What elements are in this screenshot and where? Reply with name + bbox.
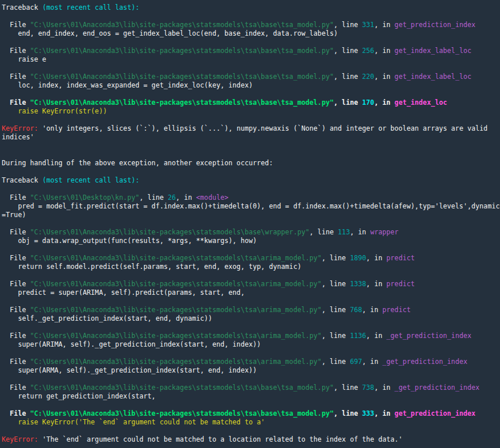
- console-line: raise KeyError('The `end` argument could…: [2, 418, 498, 427]
- console-line: File "C:\Users\01\Anaconda3\lib\site-pac…: [2, 358, 498, 366]
- console-line: File "C:\Users\01\Anaconda3\lib\site-pac…: [2, 98, 498, 107]
- console-text: File: [2, 47, 30, 55]
- console-line: [2, 142, 498, 150]
- raise-code: raise KeyError(str(e)): [2, 107, 107, 115]
- console-line: File "C:\Users\01\Anaconda3\lib\site-pac…: [2, 228, 498, 237]
- console-line: [2, 297, 498, 306]
- console-text: obj = data.wrap_output(func(results, *ar…: [2, 237, 257, 245]
- console-text: , in: [350, 228, 370, 236]
- console-line: raise KeyError(str(e)): [2, 107, 498, 116]
- console-output: Traceback (most recent call last): File …: [0, 0, 500, 448]
- function-name: _get_prediction_index: [382, 358, 467, 366]
- console-line: File "C:\Users\01\Anaconda3\lib\site-pac…: [2, 306, 498, 314]
- console-line: predict = super(ARIMA, self).predict(par…: [2, 288, 498, 297]
- file-path: "C:\Users\01\Anaconda3\lib\site-packages…: [30, 280, 322, 288]
- console-line: end, end_index, end_oos = get_index_labe…: [2, 29, 498, 38]
- console-text: return get_prediction_index(start,: [2, 392, 155, 400]
- console-text: File: [2, 384, 30, 392]
- console-line: return self.model.predict(self.params, s…: [2, 263, 498, 271]
- console-text: File: [2, 306, 30, 314]
- function-name: _get_prediction_index: [395, 384, 480, 392]
- line-number: 768: [350, 306, 362, 314]
- console-text: , line: [334, 73, 362, 81]
- console-text: File: [2, 254, 30, 262]
- console-text: , line: [334, 409, 362, 417]
- console-text: Traceback: [2, 3, 42, 12]
- console-line: File "C:\Users\01\Anaconda3\lib\site-pac…: [2, 280, 498, 288]
- console-text: , in: [362, 358, 382, 366]
- file-path: "C:\Users\01\Anaconda3\lib\site-packages…: [30, 409, 334, 417]
- console-line: raise e: [2, 55, 498, 64]
- console-text: pred = model_fit.predict(start = df.inde…: [2, 202, 500, 210]
- console-text: During handling of the above exception, …: [2, 159, 273, 167]
- console-text: super(ARMA, self)._get_prediction_index(…: [2, 366, 257, 374]
- console-line: File "C:\Users\01\Anaconda3\lib\site-pac…: [2, 47, 498, 55]
- console-text: , line: [322, 306, 350, 314]
- console-text: , in: [374, 47, 394, 55]
- console-text: , in: [374, 409, 394, 417]
- console-text: raise e: [2, 55, 46, 63]
- console-text: loc, index, index_was_expanded = get_ind…: [2, 81, 253, 89]
- console-text: indices': [2, 133, 34, 141]
- file-path: "C:\Users\01\Anaconda3\lib\site-packages…: [30, 332, 322, 340]
- console-text: , in: [366, 280, 386, 288]
- console-text: , in: [366, 332, 386, 340]
- console-text: return self.model.predict(self.params, s…: [2, 263, 301, 271]
- file-path: "C:\Users\01\Anaconda3\lib\site-packages…: [30, 73, 334, 81]
- function-name: get_prediction_index: [395, 409, 476, 417]
- console-line: File "C:\Users\01\Anaconda3\lib\site-pac…: [2, 332, 498, 340]
- function-name: predict: [387, 280, 415, 288]
- line-number: 26: [168, 193, 176, 202]
- console-line: [2, 349, 498, 358]
- error-type: KeyError:: [2, 435, 42, 443]
- console-line: =True): [2, 211, 498, 219]
- console-text: super(ARIMA, self)._get_prediction_index…: [2, 340, 261, 348]
- console-text: , in: [362, 306, 382, 314]
- console-line: Traceback (most recent call last):: [2, 176, 498, 185]
- console-line: File "C:\Users\01\Anaconda3\lib\site-pac…: [2, 254, 498, 263]
- console-line: KeyError: 'The `end` argument could not …: [2, 435, 498, 444]
- file-path: "C:\Users\01\Anaconda3\lib\site-packages…: [30, 254, 322, 262]
- console-text: 'only integers, slices (`:`), ellipsis (…: [42, 124, 487, 132]
- console-text: , line: [322, 254, 350, 262]
- console-text: end, end_index, end_oos = get_index_labe…: [2, 29, 338, 37]
- line-number: 1338: [350, 280, 366, 288]
- function-name: _get_prediction_index: [387, 332, 472, 340]
- console-text: , in: [374, 73, 394, 81]
- console-line: self._get_prediction_index(start, end, d…: [2, 314, 498, 323]
- console-text: , line: [139, 193, 167, 202]
- console-text: File: [2, 332, 30, 340]
- line-number: 113: [338, 228, 350, 236]
- file-path: "C:\Users\01\Anaconda3\lib\site-packages…: [30, 306, 322, 314]
- function-name: predict: [387, 254, 415, 262]
- console-line: super(ARIMA, self)._get_prediction_index…: [2, 340, 498, 349]
- line-number: 1136: [350, 332, 366, 340]
- function-name: <module>: [196, 193, 228, 202]
- console-line: pred = model_fit.predict(start = df.inde…: [2, 202, 498, 211]
- function-name: get_index_loc: [395, 98, 447, 107]
- console-line: loc, index, index_was_expanded = get_ind…: [2, 81, 498, 90]
- line-number: 333: [362, 409, 374, 417]
- function-name: get_index_label_loc: [395, 73, 472, 81]
- console-text: File: [2, 409, 30, 417]
- console-text: File: [2, 98, 30, 107]
- function-name: predict: [382, 306, 410, 314]
- console-line: [2, 185, 498, 193]
- console-text: , line: [310, 228, 338, 236]
- console-text: predict = super(ARIMA, self).predict(par…: [2, 288, 245, 297]
- console-text: =True): [2, 211, 26, 219]
- console-text: , line: [334, 47, 362, 55]
- console-text: , in: [374, 98, 394, 107]
- console-text: File: [2, 21, 30, 29]
- console-line: Traceback (most recent call last):: [2, 3, 498, 12]
- console-line: File "C:\Users\01\Anaconda3\lib\site-pac…: [2, 73, 498, 81]
- console-line: [2, 150, 498, 159]
- console-text: File: [2, 193, 30, 202]
- traceback-label: (most recent call last):: [42, 176, 139, 184]
- console-line: indices': [2, 133, 498, 142]
- console-line: [2, 323, 498, 332]
- console-line: [2, 12, 498, 21]
- console-line: obj = data.wrap_output(func(results, *ar…: [2, 237, 498, 245]
- file-path: "C:\Users\01\Anaconda3\lib\site-packages…: [30, 228, 310, 236]
- console-text: , line: [334, 384, 362, 392]
